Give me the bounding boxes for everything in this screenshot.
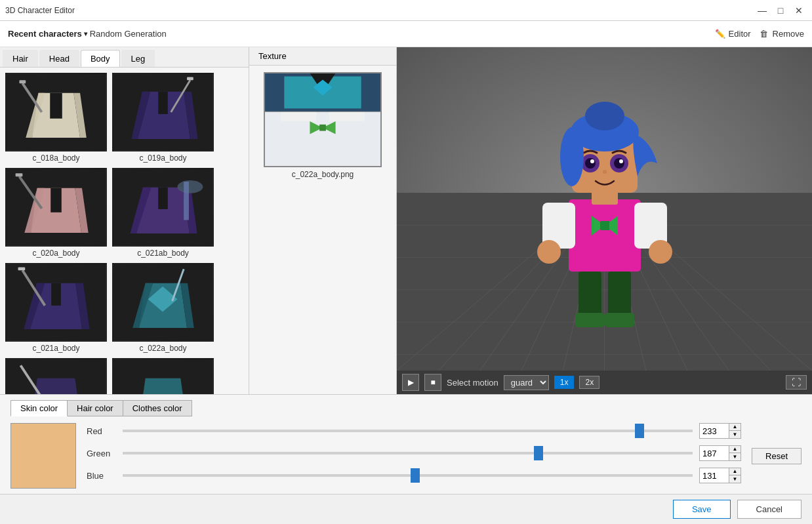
svg-rect-6 <box>19 80 26 83</box>
svg-point-94 <box>560 127 584 186</box>
list-item[interactable]: c_021a_body <box>5 263 107 353</box>
close-button[interactable]: ✕ <box>791 4 807 17</box>
list-item[interactable]: c_018a_body <box>5 73 107 163</box>
save-button[interactable]: Save <box>673 500 731 519</box>
sliders-area: Red ▲ ▼ Green <box>87 423 741 483</box>
item-thumbnail <box>112 73 214 151</box>
blue-increment-button[interactable]: ▲ <box>729 468 741 475</box>
character-preview <box>506 85 703 334</box>
item-thumbnail <box>5 168 107 247</box>
blue-slider-wrap <box>123 469 693 482</box>
tab-hair-color[interactable]: Hair color <box>67 400 123 416</box>
red-increment-button[interactable]: ▲ <box>729 424 741 431</box>
tab-body[interactable]: Body <box>81 50 120 67</box>
random-generation-button[interactable]: Random Generation <box>90 29 167 39</box>
bottom-panel: Skin color Hair color Clothes color Red … <box>0 394 812 494</box>
blue-input-group: ▲ ▼ <box>699 468 741 483</box>
item-thumbnail <box>112 263 214 342</box>
texture-thumbnail <box>264 72 382 167</box>
green-value-input[interactable] <box>700 446 729 460</box>
left-panel: Hair Head Body Leg <box>0 47 249 394</box>
red-spin-buttons: ▲ ▼ <box>729 424 741 438</box>
item-thumbnail <box>5 358 107 394</box>
item-label: c_022a_body <box>139 344 186 353</box>
texture-tab-label: Texture <box>249 47 396 66</box>
remove-button[interactable]: 🗑 Remove <box>759 29 804 39</box>
svg-rect-97 <box>575 313 605 327</box>
part-tabs: Hair Head Body Leg <box>0 47 249 68</box>
svg-point-89 <box>590 159 594 163</box>
blue-value-input[interactable] <box>700 468 729 483</box>
cancel-button[interactable]: Cancel <box>737 500 802 519</box>
svg-rect-32 <box>51 283 61 306</box>
svg-point-91 <box>603 170 607 174</box>
motion-bar: ▶ ■ Select motion guard idle walk attack… <box>397 371 812 394</box>
color-tabs: Skin color Hair color Clothes color <box>10 400 802 416</box>
list-item[interactable] <box>5 358 107 394</box>
svg-rect-25 <box>158 188 168 209</box>
select-motion-label: Select motion <box>447 378 498 388</box>
editor-label: Editor <box>729 29 751 39</box>
svg-rect-13 <box>187 77 193 80</box>
reset-button[interactable]: Reset <box>752 448 802 464</box>
recent-characters-button[interactable]: Recent characters <box>8 29 87 39</box>
item-label: c_021a_body <box>32 344 79 353</box>
list-item[interactable]: c_022a_body <box>112 263 214 353</box>
green-slider-row: Green ▲ ▼ <box>87 445 741 461</box>
green-slider[interactable] <box>123 452 693 454</box>
footer: Save Cancel <box>0 494 812 524</box>
list-item[interactable]: c_019a_body <box>112 73 214 163</box>
main-content: Hair Head Body Leg <box>0 47 812 394</box>
red-input-group: ▲ ▼ <box>699 423 741 439</box>
tab-skin-color[interactable]: Skin color <box>10 400 68 416</box>
tab-clothes-color[interactable]: Clothes color <box>123 400 192 416</box>
title-bar: 3D Character Editor — □ ✕ <box>0 0 812 21</box>
blue-spin-buttons: ▲ ▼ <box>729 468 741 483</box>
svg-point-78 <box>537 240 561 264</box>
item-label: c_018a_body <box>32 153 79 163</box>
speed-1x-button[interactable]: 1x <box>554 376 575 389</box>
maximize-button[interactable]: □ <box>773 4 788 17</box>
edit-icon: ✏️ <box>715 29 725 39</box>
toolbar-right: ✏️ Editor 🗑 Remove <box>715 29 804 39</box>
tab-hair[interactable]: Hair <box>3 50 38 67</box>
body-grid: c_018a_body c_019a_bo <box>0 68 249 394</box>
viewport-panel: ▶ ■ Select motion guard idle walk attack… <box>397 47 812 394</box>
list-item[interactable]: c_022a_body.png <box>256 72 390 179</box>
svg-rect-82 <box>600 221 609 230</box>
blue-slider[interactable] <box>123 474 693 477</box>
fullscreen-button[interactable]: ⛶ <box>786 375 807 390</box>
speed-2x-button[interactable]: 2x <box>579 376 599 389</box>
green-decrement-button[interactable]: ▼ <box>729 453 741 460</box>
list-item[interactable]: c_020a_body <box>5 168 107 258</box>
svg-rect-55 <box>281 111 316 121</box>
motion-select[interactable]: guard idle walk attack <box>504 375 549 390</box>
window-controls: — □ ✕ <box>754 4 807 17</box>
tab-leg[interactable]: Leg <box>121 50 155 67</box>
item-thumbnail <box>112 358 214 394</box>
svg-point-90 <box>619 159 623 163</box>
tab-head[interactable]: Head <box>39 50 79 67</box>
list-item[interactable]: c_021ab_body <box>112 168 214 258</box>
green-slider-wrap <box>123 447 693 460</box>
minimize-button[interactable]: — <box>754 4 770 17</box>
stop-button[interactable]: ■ <box>424 374 441 391</box>
app-title: 3D Character Editor <box>5 6 75 15</box>
svg-rect-98 <box>605 313 634 327</box>
red-decrement-button[interactable]: ▼ <box>729 431 741 438</box>
red-slider[interactable] <box>123 430 693 432</box>
red-value-input[interactable] <box>700 424 729 438</box>
svg-point-79 <box>649 240 672 264</box>
color-controls: Red ▲ ▼ Green <box>10 423 802 489</box>
green-increment-button[interactable]: ▲ <box>729 446 741 453</box>
blue-decrement-button[interactable]: ▼ <box>729 475 741 483</box>
green-label: Green <box>87 449 116 458</box>
svg-rect-75 <box>569 199 641 272</box>
3d-viewport[interactable] <box>397 47 812 371</box>
list-item[interactable] <box>112 358 214 394</box>
play-button[interactable]: ▶ <box>402 374 419 391</box>
editor-button[interactable]: ✏️ Editor <box>715 29 751 39</box>
svg-rect-54 <box>319 125 326 131</box>
svg-rect-11 <box>158 92 168 114</box>
green-spin-buttons: ▲ ▼ <box>729 446 741 460</box>
